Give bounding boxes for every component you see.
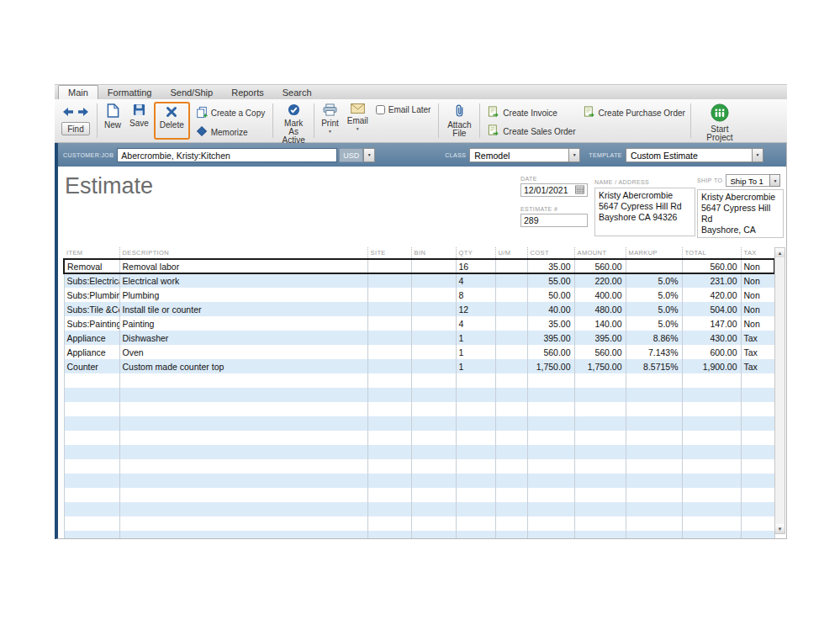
cell-um[interactable] [495,531,527,539]
cell-amount[interactable] [574,431,626,445]
cell-total[interactable]: 560.00 [682,259,741,273]
cell-total[interactable]: 420.00 [682,288,741,302]
cell-qty[interactable]: 16 [456,259,495,273]
cell-total[interactable] [682,474,741,488]
class-value[interactable]: Remodel [469,148,568,162]
estimate-row[interactable] [64,459,774,474]
ship-to-combo[interactable]: Ship To 1 ▼ [726,174,780,187]
estimate-row[interactable] [64,373,774,388]
cell-item[interactable]: Subs:Painting [64,316,119,331]
cell-qty[interactable] [456,502,495,516]
cell-amount[interactable] [574,502,626,516]
cell-um[interactable] [495,273,527,288]
cell-um[interactable] [495,373,527,388]
cell-description[interactable] [119,531,367,539]
mark-as-active-button[interactable]: Mark As Active [276,101,311,140]
cell-item[interactable] [64,502,119,516]
cell-markup[interactable] [626,516,682,531]
cell-description[interactable]: Oven [119,345,367,359]
cell-bin[interactable] [411,431,456,445]
estimate-row[interactable]: RemovalRemoval labor1635.00560.00560.00N… [64,259,774,273]
email-later-checkbox[interactable] [376,105,385,114]
cell-item[interactable]: Subs:Electrical [64,273,119,288]
cell-tax[interactable]: Tax [741,345,774,359]
cell-markup[interactable] [626,502,682,516]
cell-um[interactable] [495,345,527,359]
cell-um[interactable] [495,316,527,331]
cell-amount[interactable] [574,459,626,474]
cell-description[interactable] [119,459,367,474]
cell-description[interactable] [119,402,367,416]
cell-description[interactable] [119,373,367,388]
cell-amount[interactable]: 1,750.00 [574,359,626,373]
cell-total[interactable]: 147.00 [682,316,741,331]
cell-amount[interactable] [574,488,626,502]
cell-bin[interactable] [411,259,456,273]
cell-cost[interactable] [527,531,574,539]
cell-description[interactable] [119,488,367,502]
cell-total[interactable] [682,531,741,539]
cell-description[interactable]: Custom made counter top [119,359,367,373]
date-field[interactable]: 12/01/2021 [520,183,588,197]
estimate-row[interactable] [64,388,774,402]
cell-um[interactable] [495,388,527,402]
cell-tax[interactable] [741,516,774,531]
cell-item[interactable]: Appliance [64,345,119,359]
cell-item[interactable] [64,531,119,539]
cell-amount[interactable] [574,402,626,416]
cell-qty[interactable]: 1 [456,359,495,373]
cell-description[interactable] [119,445,367,459]
cell-total[interactable] [682,402,741,416]
cell-tax[interactable] [741,373,774,388]
cell-cost[interactable] [527,402,574,416]
cell-markup[interactable]: 8.5715% [626,359,682,373]
estimate-row[interactable]: ApplianceOven1560.00560.007.143%600.00Ta… [64,345,774,359]
tab-formatting[interactable]: Formatting [98,86,161,99]
cell-total[interactable] [682,459,741,474]
estimate-row[interactable] [64,431,774,445]
cell-amount[interactable] [574,388,626,402]
cell-amount[interactable]: 400.00 [574,288,626,302]
cell-um[interactable] [495,416,527,431]
cell-item[interactable] [64,474,119,488]
cell-um[interactable] [495,445,527,459]
cell-qty[interactable] [456,474,495,488]
cell-tax[interactable] [741,445,774,459]
cell-um[interactable] [495,459,527,474]
print-button[interactable]: Print ▼ [317,101,343,140]
column-header-bin[interactable]: BIN [411,247,456,259]
cell-site[interactable] [367,474,411,488]
cell-bin[interactable] [411,316,456,331]
email-dropdown-icon[interactable]: ▼ [356,127,360,131]
scroll-up-icon[interactable]: ▲ [775,248,785,257]
column-header-tax[interactable]: TAX [741,247,774,259]
cell-item[interactable] [64,459,119,474]
cell-qty[interactable] [456,402,495,416]
cell-markup[interactable] [626,402,682,416]
estimate-number-field[interactable]: 289 [520,214,588,227]
ship-address-box[interactable]: Kristy Abercrombie 5647 Cypress Hill Rd … [697,189,784,238]
cell-site[interactable] [367,316,411,331]
cell-um[interactable] [495,331,527,345]
cell-description[interactable]: Dishwasher [119,331,367,345]
cell-bin[interactable] [411,273,456,288]
cell-qty[interactable] [456,531,495,539]
cell-site[interactable] [367,531,411,539]
cell-bin[interactable] [411,488,456,502]
cell-markup[interactable] [626,259,682,273]
cell-tax[interactable]: Non [741,302,774,316]
cell-um[interactable] [495,402,527,416]
template-value[interactable]: Custom Estimate [626,148,752,162]
attach-file-button[interactable]: Attach File [441,101,477,140]
cell-amount[interactable]: 395.00 [574,331,626,345]
cell-cost[interactable]: 35.00 [527,259,574,273]
cell-bin[interactable] [411,359,456,373]
cell-item[interactable]: Appliance [64,331,119,345]
cell-total[interactable] [682,488,741,502]
cell-um[interactable] [495,288,527,302]
scroll-down-icon[interactable]: ▼ [775,524,785,533]
cell-markup[interactable]: 5.0% [626,316,682,331]
estimate-row[interactable] [64,402,774,416]
cell-site[interactable] [367,259,411,273]
ship-to-value[interactable]: Ship To 1 [726,174,769,187]
